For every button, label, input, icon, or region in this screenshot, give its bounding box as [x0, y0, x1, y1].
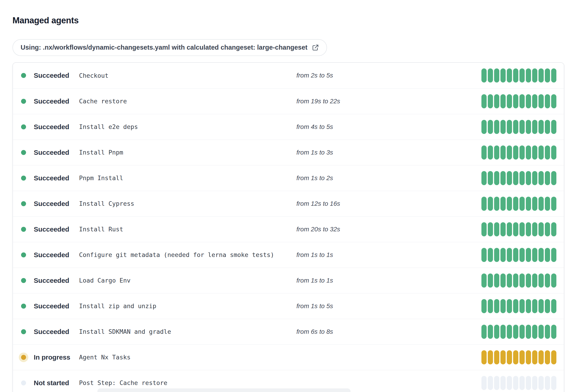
progress-segment: [494, 68, 499, 82]
status-label: In progress: [34, 354, 79, 361]
progress-segment: [526, 248, 531, 262]
status-dot-icon: [21, 227, 26, 232]
status-dot-icon: [21, 278, 26, 283]
status-dot-cell: [21, 252, 34, 257]
duration-range: from 12s to 16s: [296, 200, 481, 207]
status-dot-cell: [21, 124, 34, 129]
progress-segment: [507, 146, 512, 160]
progress-segment: [532, 350, 537, 364]
progress-segment: [481, 299, 487, 313]
progress-segment: [551, 299, 556, 313]
agent-step-row[interactable]: Succeeded Configure git metadata (needed…: [13, 242, 564, 268]
progress-segment: [526, 171, 531, 185]
progress-segment: [513, 376, 518, 390]
progress-segment: [532, 376, 537, 390]
agent-step-row[interactable]: Succeeded Install SDKMAN and gradle from…: [13, 319, 564, 344]
agent-step-row[interactable]: Succeeded Checkout from 2s to 5s: [13, 63, 564, 88]
progress-segment: [488, 274, 493, 288]
progress-bars: [481, 120, 556, 134]
duration-range: from 19s to 22s: [296, 98, 481, 105]
progress-segment: [520, 274, 525, 288]
status-label: Succeeded: [34, 302, 79, 310]
status-dot-icon: [21, 176, 26, 180]
progress-segment: [520, 325, 525, 339]
progress-segment: [488, 120, 493, 134]
progress-segment: [551, 274, 556, 288]
agent-step-row[interactable]: Succeeded Install zip and unzip from 1s …: [13, 293, 564, 319]
progress-segment: [488, 299, 493, 313]
step-name: Configure git metadata (needed for lerna…: [79, 251, 296, 258]
agent-step-row[interactable]: Succeeded Install Cypress from 12s to 16…: [13, 191, 564, 216]
agent-step-row[interactable]: Succeeded Install Rust from 20s to 32s: [13, 216, 564, 242]
agent-step-row[interactable]: Succeeded Pnpm Install from 1s to 2s: [13, 165, 564, 191]
progress-segment: [494, 350, 499, 364]
progress-segment: [494, 171, 499, 185]
agent-step-row[interactable]: Succeeded Install e2e deps from 4s to 5s: [13, 114, 564, 140]
progress-segment: [500, 350, 506, 364]
progress-segment: [520, 222, 525, 236]
progress-segment: [526, 299, 531, 313]
step-name: Checkout: [79, 72, 296, 79]
progress-segment: [526, 274, 531, 288]
progress-segment: [551, 222, 556, 236]
status-dot-icon: [21, 124, 26, 129]
progress-segment: [507, 222, 512, 236]
progress-segment: [500, 222, 506, 236]
progress-segment: [539, 350, 544, 364]
progress-segment: [513, 171, 518, 185]
progress-bars: [481, 248, 556, 262]
status-dot-cell: [21, 227, 34, 232]
status-dot-icon: [21, 329, 26, 334]
progress-segment: [513, 197, 518, 211]
progress-segment: [539, 222, 544, 236]
progress-segment: [513, 120, 518, 134]
progress-segment: [551, 68, 556, 82]
progress-segment: [539, 146, 544, 160]
agent-step-row[interactable]: Succeeded Load Cargo Env from 1s to 1s: [13, 268, 564, 293]
progress-segment: [488, 376, 493, 390]
agent-step-row[interactable]: Succeeded Install Pnpm from 1s to 3s: [13, 140, 564, 165]
progress-segment: [481, 68, 487, 82]
progress-segment: [526, 325, 531, 339]
progress-segment: [520, 248, 525, 262]
progress-segment: [532, 171, 537, 185]
status-dot-cell: [21, 150, 34, 155]
progress-segment: [520, 68, 525, 82]
progress-segment: [539, 274, 544, 288]
progress-segment: [545, 94, 550, 108]
progress-segment: [520, 197, 525, 211]
step-name: Install Rust: [79, 226, 296, 233]
progress-segment: [488, 222, 493, 236]
progress-segment: [545, 171, 550, 185]
progress-segment: [520, 120, 525, 134]
progress-segment: [513, 248, 518, 262]
status-dot-icon: [21, 99, 26, 104]
agent-step-row[interactable]: In progress Agent Nx Tasks: [13, 344, 564, 370]
workflow-usage-banner[interactable]: Using: .nx/workflows/dynamic-changesets.…: [13, 39, 327, 56]
status-label: Succeeded: [34, 123, 79, 131]
agent-step-row[interactable]: Succeeded Cache restore from 19s to 22s: [13, 88, 564, 114]
status-dot-icon: [21, 380, 26, 385]
page-title: Managed agents: [13, 15, 572, 26]
progress-segment: [507, 325, 512, 339]
progress-segment: [481, 248, 487, 262]
progress-segment: [532, 274, 537, 288]
status-dot-cell: [21, 176, 34, 180]
progress-segment: [545, 350, 550, 364]
progress-segment: [545, 376, 550, 390]
progress-segment: [551, 376, 556, 390]
progress-segment: [494, 197, 499, 211]
status-dot-icon: [21, 252, 26, 257]
progress-segment: [545, 299, 550, 313]
progress-segment: [494, 146, 499, 160]
status-label: Succeeded: [34, 277, 79, 284]
progress-segment: [513, 94, 518, 108]
duration-range: from 20s to 32s: [296, 226, 481, 233]
status-dot-icon: [21, 73, 26, 78]
progress-segment: [526, 350, 531, 364]
status-dot-icon: [21, 150, 26, 155]
progress-segment: [545, 222, 550, 236]
external-link-icon[interactable]: [312, 44, 319, 51]
progress-segment: [507, 171, 512, 185]
progress-segment: [539, 197, 544, 211]
